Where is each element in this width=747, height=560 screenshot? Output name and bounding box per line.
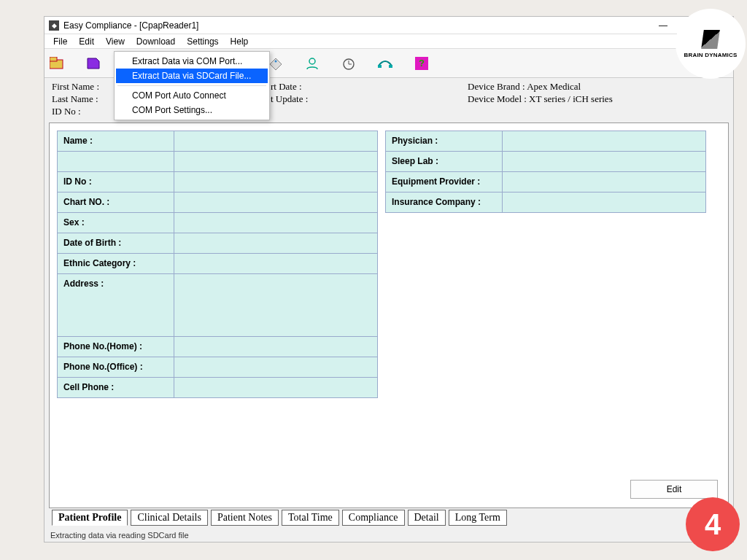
toolbar-user-icon[interactable] [304, 55, 320, 71]
dd-auto-connect[interactable]: COM Port Auto Connect [116, 88, 268, 103]
app-icon: ◆ [49, 20, 59, 31]
start-date-label: rt Date : [271, 81, 468, 93]
svg-rect-10 [389, 65, 392, 68]
minimize-button[interactable]: — [650, 18, 676, 34]
titlebar: ◆ Easy Compliance - [CpapReader1] — ☐ ✕ [44, 17, 733, 34]
value-insurance [503, 192, 706, 212]
toolbar-clock-icon[interactable] [341, 55, 357, 71]
svg-marker-2 [88, 58, 99, 69]
toolbar-book-icon[interactable] [85, 55, 101, 71]
tab-total-time[interactable]: Total Time [282, 510, 339, 526]
dd-com-settings[interactable]: COM Port Settings... [116, 103, 268, 117]
label-address: Address : [58, 273, 174, 336]
tab-detail[interactable]: Detail [408, 510, 446, 526]
label-phone-office: Phone No.(Office) : [58, 357, 174, 377]
label-chartno: Chart NO. : [58, 192, 174, 212]
tab-long-term[interactable]: Long Term [449, 510, 507, 526]
tab-clinical-details[interactable]: Clinical Details [131, 510, 207, 526]
toolbar-help-icon[interactable]: ? [414, 55, 430, 71]
value-phone-office [174, 357, 378, 377]
step-badge: 4 [686, 497, 740, 551]
download-dropdown: Extract Data via COM Port... Extract Dat… [114, 51, 270, 120]
status-text: Extracting data via reading SDCard file [50, 531, 189, 540]
content-frame: Name : ID No : Chart NO. : Sex : Date of… [49, 122, 729, 508]
label-phone-home: Phone No.(Home) : [58, 336, 174, 357]
brand-text: BRAIN DYNAMICS [684, 52, 737, 58]
value-sex [174, 212, 378, 233]
label-ethnic: Ethnic Category : [58, 253, 174, 273]
step-number: 4 [705, 508, 721, 541]
dd-separator [117, 85, 266, 86]
label-equip: Equipment Provider : [386, 171, 503, 192]
label-physician: Physician : [386, 131, 503, 151]
label-dob: Date of Birth : [58, 233, 174, 253]
dd-extract-com[interactable]: Extract Data via COM Port... [116, 54, 268, 69]
label-cell: Cell Phone : [58, 377, 174, 397]
device-brand-label: Device Brand : Apex Medical [468, 81, 726, 93]
label-name-2 [58, 151, 174, 171]
dd-extract-sdcard[interactable]: Extract Data via SDCard File... [116, 69, 268, 83]
svg-point-4 [275, 60, 277, 62]
tab-patient-notes[interactable]: Patient Notes [211, 510, 279, 526]
svg-rect-1 [50, 57, 57, 61]
value-chartno [174, 192, 378, 212]
menu-file[interactable]: File [47, 35, 73, 48]
statusbar: Extracting data via reading SDCard file … [44, 529, 733, 542]
value-physician [503, 131, 706, 151]
device-model-label: Device Model : XT series / iCH series [468, 93, 726, 106]
svg-point-5 [309, 58, 315, 64]
value-name [174, 131, 378, 151]
label-sex: Sex : [58, 212, 174, 233]
value-sleeplab [503, 151, 706, 171]
value-name-2 [174, 151, 378, 171]
last-update-label: t Update : [271, 93, 468, 106]
value-phone-home [174, 336, 378, 357]
menu-view[interactable]: View [100, 35, 131, 48]
patient-table-right: Physician : Sleep Lab : Equipment Provid… [385, 131, 706, 213]
window-title: Easy Compliance - [CpapReader1] [63, 20, 198, 31]
menu-settings[interactable]: Settings [181, 35, 224, 48]
tab-compliance[interactable]: Compliance [342, 510, 405, 526]
svg-marker-3 [270, 58, 282, 70]
value-ethnic [174, 253, 378, 273]
label-idno: ID No : [58, 171, 174, 192]
toolbar-open-icon[interactable] [49, 55, 65, 71]
svg-rect-9 [378, 65, 382, 68]
menu-download[interactable]: Download [131, 35, 181, 48]
label-name: Name : [58, 131, 174, 151]
menu-help[interactable]: Help [225, 35, 255, 48]
brand-watermark: BRAIN DYNAMICS [676, 9, 746, 79]
label-insurance: Insurance Company : [386, 192, 503, 212]
value-idno [174, 171, 378, 192]
value-address [174, 273, 378, 336]
label-sleeplab: Sleep Lab : [386, 151, 503, 171]
svg-text:?: ? [419, 58, 425, 69]
edit-button[interactable]: Edit [630, 480, 718, 499]
brand-logo-icon [701, 30, 720, 49]
tab-patient-profile[interactable]: Patient Profile [52, 510, 128, 526]
toolbar-tag-icon[interactable] [268, 55, 284, 71]
menu-edit[interactable]: Edit [73, 35, 100, 48]
value-cell [174, 377, 378, 397]
value-dob [174, 233, 378, 253]
patient-table-left: Name : ID No : Chart NO. : Sex : Date of… [57, 131, 378, 398]
toolbar-phone-icon[interactable] [377, 55, 393, 71]
tabs: Patient Profile Clinical Details Patient… [52, 510, 729, 526]
value-equip [503, 171, 706, 192]
menubar: File Edit View Download Settings Help [44, 34, 733, 49]
